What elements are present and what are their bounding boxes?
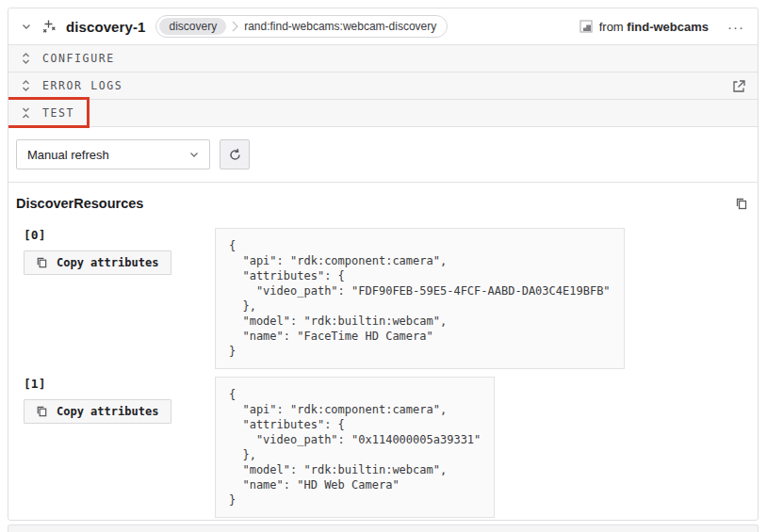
refresh-controls: Manual refresh [8, 127, 758, 182]
overflow-menu-button[interactable]: ··· [726, 16, 746, 38]
result-index-label: [1] [24, 377, 215, 391]
external-link-icon[interactable] [732, 79, 746, 93]
json-output: { "api": "rdk:component:camera", "attrib… [215, 228, 625, 369]
module-icon [579, 20, 593, 33]
expand-icon [20, 52, 32, 65]
copy-attributes-button[interactable]: Copy attributes [24, 399, 171, 424]
badge-model-label: rand:find-webcams:webcam-discovery [244, 20, 436, 33]
chevron-down-icon[interactable] [20, 20, 33, 33]
expand-icon [20, 79, 32, 92]
copy-icon[interactable] [732, 195, 750, 213]
refresh-mode-value: Manual refresh [27, 148, 109, 162]
section-test-label: TEST [42, 106, 74, 120]
section-error-logs-label: ERROR LOGS [42, 79, 122, 92]
section-test[interactable]: TEST [8, 99, 758, 126]
next-card-edge [8, 524, 759, 532]
refresh-mode-select[interactable]: Manual refresh [16, 139, 210, 169]
collapse-icon [20, 106, 32, 120]
test-panel: Manual refresh DiscoverResources [8, 126, 758, 518]
section-configure[interactable]: CONFIGURE [8, 44, 758, 72]
copy-icon [35, 405, 48, 418]
discover-resources-panel: DiscoverResources [0] Copy attributes [8, 183, 758, 518]
component-card: discovery-1 discovery rand:find-webcams:… [8, 8, 759, 521]
copy-attributes-button[interactable]: Copy attributes [24, 250, 171, 275]
method-title: DiscoverResources [16, 196, 143, 211]
section-configure-label: CONFIGURE [42, 52, 115, 65]
result-row: [1] Copy attributes { "api": "rdk:compon… [16, 377, 750, 518]
component-card-header: discovery-1 discovery rand:find-webcams:… [8, 8, 758, 44]
refresh-button[interactable] [220, 139, 250, 169]
component-name: discovery-1 [66, 19, 145, 35]
badge-type-label: discovery [159, 18, 226, 35]
json-output: { "api": "rdk:component:camera", "attrib… [215, 377, 495, 518]
section-error-logs[interactable]: ERROR LOGS [8, 72, 758, 99]
refresh-icon [228, 148, 242, 162]
discovery-service-icon [41, 19, 57, 35]
result-row: [0] Copy attributes { "api": "rdk:compon… [16, 228, 750, 369]
from-module-label: from find-webcams [579, 20, 709, 34]
chevron-right-icon [232, 21, 238, 32]
chevron-down-icon [188, 149, 200, 160]
result-index-label: [0] [24, 228, 215, 242]
component-type-badge: discovery rand:find-webcams:webcam-disco… [155, 15, 448, 38]
copy-icon [35, 256, 48, 269]
